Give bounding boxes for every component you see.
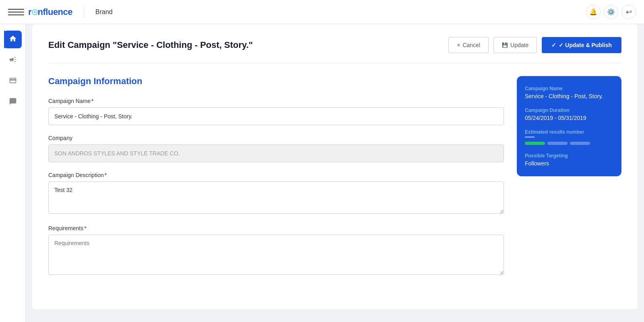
- campaigns-icon: [9, 56, 17, 66]
- logo-divider: [84, 6, 84, 18]
- summary-targeting-label: Possible Targeting: [525, 153, 613, 159]
- summary-estimated-label: Estimated results number: [525, 129, 613, 135]
- logo: r☉nfluence: [28, 7, 72, 17]
- sidebar-item-home-wrap: [4, 31, 22, 48]
- summary-duration-value: 05/24/2019 - 05/31/2019: [525, 115, 613, 121]
- summary-card: Campaign Name Service - Clothing - Post,…: [517, 76, 621, 176]
- topnav: r☉nfluence Brand 🔔 ⚙️ ↩: [0, 0, 644, 24]
- summary-duration-label: Campaign Duration: [525, 107, 613, 113]
- progress-dash: [525, 136, 535, 138]
- logout-button[interactable]: ↩: [621, 5, 636, 19]
- logout-icon: ↩: [626, 8, 632, 17]
- form-section: Campaign Information Campaign Name* Comp…: [48, 76, 504, 286]
- requirements-group: Requirements*: [48, 225, 504, 277]
- summary-name-value: Service - Clothing - Post, Story.: [525, 93, 613, 99]
- home-icon: [9, 35, 17, 45]
- hamburger-button[interactable]: [8, 4, 24, 20]
- requirements-required: *: [84, 225, 86, 231]
- company-group: Company: [48, 135, 504, 162]
- bell-button[interactable]: 🔔: [586, 5, 601, 19]
- bell-icon: 🔔: [589, 8, 597, 16]
- company-label: Company: [48, 135, 504, 141]
- update-label: Update: [510, 42, 528, 48]
- sidebar-item-home[interactable]: [4, 31, 22, 48]
- progress-bars: [525, 142, 613, 145]
- sidebar-item-cards[interactable]: [4, 72, 22, 90]
- description-group: Campaign Description* Test 32: [48, 172, 504, 215]
- description-required: *: [105, 172, 107, 178]
- sidebar-item-campaigns[interactable]: [4, 52, 22, 69]
- form-section-title: Campaign Information: [48, 76, 504, 87]
- summary-targeting-value: Followers: [525, 160, 613, 167]
- campaign-name-required: *: [91, 98, 93, 104]
- summary-name-label: Campaign Name: [525, 86, 613, 91]
- content-area: Campaign Information Campaign Name* Comp…: [48, 76, 621, 286]
- cancel-icon: ×: [457, 42, 460, 48]
- campaign-name-group: Campaign Name*: [48, 98, 504, 125]
- page-title: Edit Campaign "Service - Clothing - Post…: [48, 40, 253, 50]
- page-container: Edit Campaign "Service - Clothing - Post…: [32, 24, 638, 309]
- publish-label: ✓ Update & Publish: [559, 42, 612, 48]
- campaign-name-input[interactable]: [48, 107, 504, 125]
- sidebar: [0, 24, 26, 322]
- settings-button[interactable]: ⚙️: [604, 5, 618, 19]
- company-input: [48, 144, 504, 162]
- page-header: Edit Campaign "Service - Clothing - Post…: [48, 37, 621, 63]
- requirements-textarea[interactable]: [48, 235, 504, 275]
- progress-area: [525, 136, 613, 145]
- sidebar-item-chat[interactable]: [4, 93, 22, 111]
- description-label: Campaign Description*: [48, 172, 504, 178]
- description-textarea[interactable]: Test 32: [48, 182, 504, 214]
- cancel-button[interactable]: × Cancel: [448, 37, 489, 53]
- logo-area: r☉nfluence Brand: [28, 6, 113, 18]
- progress-bar-gray-1: [547, 142, 568, 145]
- logo-text: r☉nfluence: [28, 7, 72, 17]
- cancel-label: Cancel: [462, 42, 480, 48]
- main-content: Edit Campaign "Service - Clothing - Post…: [26, 24, 644, 322]
- sidebar-active-indicator: [4, 31, 6, 48]
- update-icon: 💾: [502, 42, 508, 48]
- chat-icon: [9, 97, 17, 107]
- update-button[interactable]: 💾 Update: [493, 37, 537, 53]
- publish-check-icon: ✓: [551, 42, 556, 48]
- progress-bar-gray-2: [570, 142, 590, 145]
- brand-label: Brand: [95, 8, 113, 16]
- cards-icon: [9, 76, 17, 87]
- requirements-label: Requirements*: [48, 225, 504, 231]
- nav-icons: 🔔 ⚙️ ↩: [586, 5, 636, 19]
- update-publish-button[interactable]: ✓ ✓ Update & Publish: [542, 37, 621, 53]
- campaign-name-label: Campaign Name*: [48, 98, 504, 104]
- progress-bar-green: [525, 142, 545, 145]
- header-actions: × Cancel 💾 Update ✓ ✓ Update & Publish: [448, 37, 621, 53]
- settings-icon: ⚙️: [607, 8, 615, 16]
